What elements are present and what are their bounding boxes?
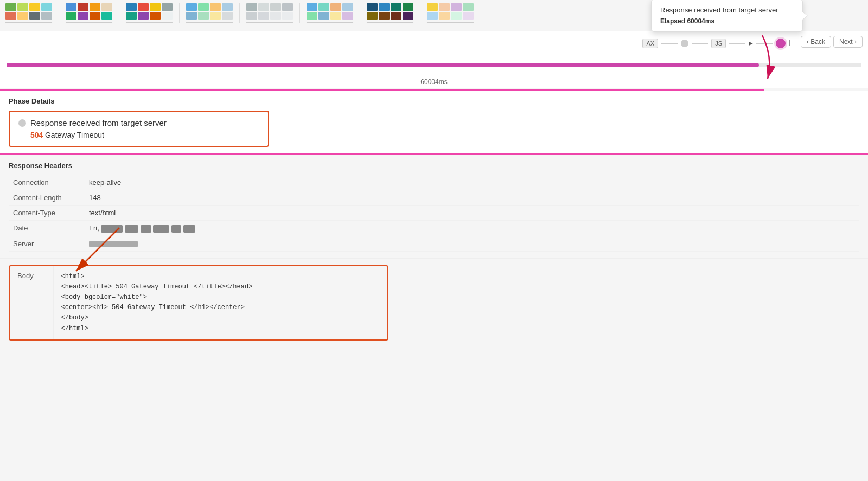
tooltip-elapsed: Elapsed 60004ms	[660, 17, 794, 25]
tooltip-title: Response received from target server	[660, 6, 794, 14]
timeline-nodes-row: AX JS ▶ ⊢ Response received from target …	[0, 31, 868, 55]
table-row: Content-Typetext/html	[9, 206, 859, 221]
next-button[interactable]: Next ›	[833, 36, 863, 48]
node-connector	[661, 43, 678, 44]
body-label: Body	[10, 266, 53, 339]
thumb-separator-4	[299, 3, 300, 23]
timeline-wrapper: 60004ms	[0, 55, 868, 88]
status-code: 504	[30, 131, 43, 139]
response-body-code: <html> <head><title> 504 Gateway Timeout…	[61, 272, 380, 334]
header-value: text/html	[85, 206, 859, 221]
node-connector-3	[729, 43, 745, 44]
header-name: Server	[9, 236, 85, 251]
thumb-separator-2	[179, 3, 180, 23]
header-value: 148	[85, 190, 859, 206]
thumb-separator-3	[239, 3, 240, 23]
thumb-separator-5	[360, 3, 360, 23]
node-circle-active	[776, 39, 786, 48]
thumb-group-4	[246, 3, 293, 23]
phase-status: 504 Gateway Timeout	[18, 131, 259, 139]
table-row: Content-Length148	[9, 190, 859, 206]
phase-card: Response received from target server 504…	[9, 111, 269, 147]
back-button[interactable]: ‹ Back	[801, 36, 831, 48]
thumb-group-1	[66, 3, 112, 23]
thumb-separator-0	[59, 3, 59, 23]
play-icon[interactable]: ▶	[749, 40, 753, 46]
phase-card-text: Response received from target server	[30, 118, 167, 127]
elapsed-label: Elapsed	[660, 17, 685, 25]
thumb-group-5	[307, 3, 353, 23]
node-ax-label: AX	[642, 39, 658, 48]
node-circle-1	[681, 40, 688, 47]
response-headers-title: Response Headers	[9, 162, 859, 170]
header-name: Content-Type	[9, 206, 85, 221]
thumb-group-3	[186, 3, 233, 23]
response-headers-section: Response Headers Connectionkeep-aliveCon…	[0, 155, 868, 259]
node-connector-2	[692, 43, 708, 44]
header-value: keep-alive	[85, 175, 859, 190]
node-connector-4	[756, 43, 773, 44]
header-name: Content-Length	[9, 190, 85, 206]
header-value	[85, 236, 859, 251]
thumb-separator-6	[420, 3, 420, 23]
phase-dot-icon	[18, 119, 26, 127]
end-icon: ⊢	[789, 38, 796, 48]
response-content-box: Body <html> <head><title> 504 Gateway Ti…	[9, 265, 388, 341]
thumb-separator-1	[119, 3, 119, 23]
timeline-duration-label: 60004ms	[7, 76, 861, 88]
table-row: DateFri,	[9, 221, 859, 236]
tooltip-arrow	[802, 11, 808, 20]
header-name: Date	[9, 221, 85, 236]
nav-buttons: ‹ Back Next ›	[801, 36, 863, 48]
thumb-group-2	[126, 3, 173, 23]
node-js-label: JS	[711, 39, 726, 48]
response-headers-table: Connectionkeep-aliveContent-Length148Con…	[9, 175, 859, 252]
thumb-group-6	[367, 3, 413, 23]
time-bar-bg	[7, 63, 861, 67]
elapsed-value: 60004ms	[687, 17, 714, 25]
phase-card-title: Response received from target server	[18, 118, 259, 127]
table-row: Connectionkeep-alive	[9, 175, 859, 190]
time-axis	[7, 59, 861, 75]
tooltip-popup: Response received from target server Ela…	[651, 0, 803, 32]
status-text: Gateway Timeout	[45, 131, 104, 139]
header-value: Fri,	[85, 221, 859, 236]
thumb-group-0	[5, 3, 52, 23]
response-content-section: Body <html> <head><title> 504 Gateway Ti…	[0, 259, 868, 347]
header-name: Connection	[9, 175, 85, 190]
table-row: Server	[9, 236, 859, 251]
phase-details-section: Phase Details Response received from tar…	[0, 91, 868, 153]
phase-details-title: Phase Details	[9, 97, 859, 105]
time-bar-fill	[7, 63, 759, 67]
thumb-group-7	[427, 3, 474, 23]
